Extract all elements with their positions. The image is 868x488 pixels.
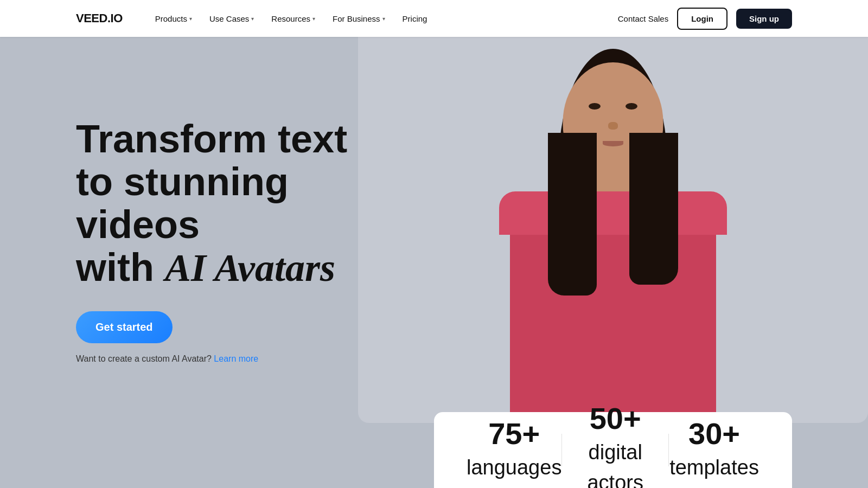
- nav-label-resources: Resources: [271, 14, 310, 23]
- stat-languages-number: 75+ languages: [467, 419, 561, 479]
- hero-title: Transform text to stunning videos with A…: [76, 118, 358, 290]
- hero-title-line3-normal: with: [76, 246, 165, 289]
- hero-title-italic: AI Avatars: [165, 246, 335, 290]
- nav-label-use-cases: Use Cases: [209, 14, 249, 23]
- nav-label-pricing: Pricing: [403, 14, 427, 23]
- nav-right: Contact Sales Login Sign up: [618, 8, 792, 30]
- nav-item-pricing[interactable]: Pricing: [396, 10, 434, 28]
- stat-templates-number: 30+ templates: [669, 419, 760, 479]
- chevron-down-icon: ▾: [382, 16, 385, 22]
- nav-item-resources[interactable]: Resources ▾: [265, 10, 322, 28]
- hero-title-line1: Transform text: [76, 117, 347, 160]
- stat-actors-number: 50+ digital actors: [562, 403, 668, 488]
- stat-templates: 30+ templates: [669, 419, 760, 481]
- navbar: VEED.IO Products ▾ Use Cases ▾ Resources…: [0, 0, 868, 37]
- hero-section: Transform text to stunning videos with A…: [0, 37, 868, 488]
- nav-item-products[interactable]: Products ▾: [149, 10, 199, 28]
- hero-content: Transform text to stunning videos with A…: [0, 37, 358, 488]
- contact-sales-link[interactable]: Contact Sales: [618, 14, 668, 23]
- nav-label-products: Products: [155, 14, 187, 23]
- hero-title-line2: to stunning videos: [76, 160, 289, 246]
- chevron-down-icon: ▾: [312, 16, 315, 22]
- nav-label-for-business: For Business: [333, 14, 380, 23]
- nav-item-use-cases[interactable]: Use Cases ▾: [203, 10, 260, 28]
- stat-digital-actors: 50+ digital actors: [562, 403, 668, 488]
- get-started-button[interactable]: Get started: [76, 311, 173, 343]
- learn-more-link[interactable]: Learn more: [214, 354, 258, 363]
- logo[interactable]: VEED.IO: [76, 11, 123, 25]
- chevron-down-icon: ▾: [251, 16, 254, 22]
- avatar-figure: [483, 57, 743, 426]
- nav-item-for-business[interactable]: For Business ▾: [326, 10, 392, 28]
- login-button[interactable]: Login: [677, 8, 727, 30]
- hero-subtext-text: Want to create a custom AI Avatar?: [76, 354, 212, 363]
- nav-links: Products ▾ Use Cases ▾ Resources ▾ For B…: [149, 10, 618, 28]
- chevron-down-icon: ▾: [189, 16, 192, 22]
- stat-languages: 75+ languages: [467, 419, 561, 481]
- hero-image-area: 75+ languages 50+ digital actors 30+ tem…: [358, 37, 868, 488]
- stats-bar: 75+ languages 50+ digital actors 30+ tem…: [434, 412, 792, 488]
- hero-subtext: Want to create a custom AI Avatar? Learn…: [76, 354, 358, 364]
- signup-button[interactable]: Sign up: [736, 9, 792, 29]
